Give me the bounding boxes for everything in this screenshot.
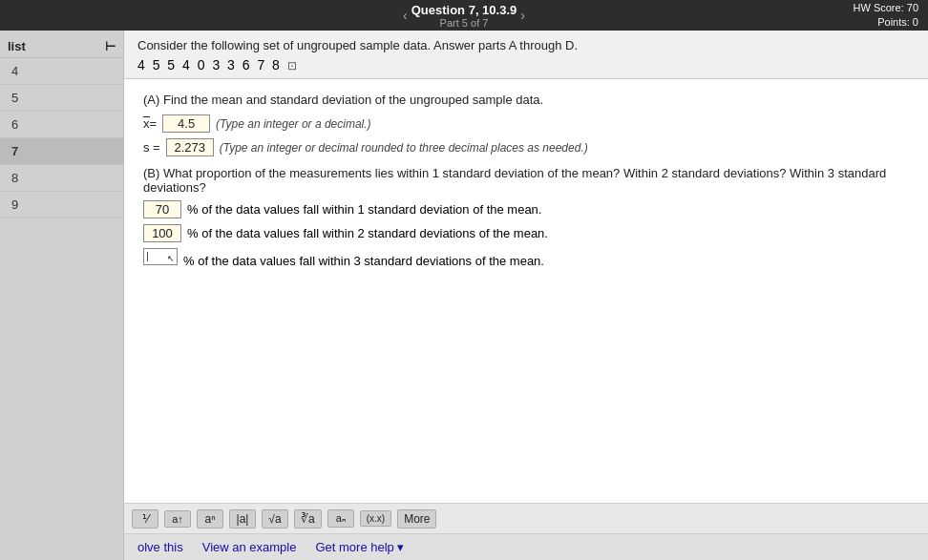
within3-input[interactable]: | ↖ [143,248,178,265]
question-title: Question 7, 10.3.9 [411,3,517,17]
sidebar-item-8[interactable]: 8 [0,165,123,192]
question-nav: Question 7, 10.3.9 Part 5 of 7 [411,3,517,29]
next-arrow[interactable]: › [517,8,529,23]
std-row: s = 2.273 (Type an integer or decimal ro… [143,138,909,156]
std-hint: (Type an integer or decimal rounded to t… [220,141,588,155]
within1-row: 70 % of the data values fall within 1 st… [143,200,909,218]
math-btn-sqrt[interactable]: √a [262,509,288,529]
sidebar-items: 4 5 6 7 8 9 [0,58,123,560]
example-link[interactable]: View an example [202,540,297,554]
bottom-bar: olve this View an example Get more help … [124,533,928,560]
question-prompt: Consider the following set of ungrouped … [137,36,578,55]
x-bar-symbol: x [143,116,150,131]
question-header: Consider the following set of ungrouped … [124,31,928,79]
within1-percent[interactable]: 70 [143,200,181,218]
main-layout: list ⊢ 4 5 6 7 8 9 Consider the followin… [0,31,928,560]
within1-text: % of the data values fall within 1 stand… [187,202,541,217]
within2-percent[interactable]: 100 [143,224,181,242]
math-btn-cbrt[interactable]: ∛a [294,509,322,529]
part-a-title: (A) Find the mean and standard deviation… [143,93,909,107]
within2-text: % of the data values fall within 2 stand… [187,226,548,240]
question-prompt-block: Consider the following set of ungrouped … [137,36,578,73]
help-link[interactable]: Get more help ▾ [315,540,404,554]
solve-link[interactable]: olve this [137,540,183,554]
question-part: Part 5 of 7 [411,17,517,29]
content-area: Consider the following set of ungrouped … [124,31,928,560]
cursor-arrow: ↖ [167,254,175,263]
mean-row: x= 4.5 (Type an integer or a decimal.) [143,114,909,133]
mean-value[interactable]: 4.5 [162,114,210,133]
math-btn-more[interactable]: More [397,509,436,529]
sidebar: list ⊢ 4 5 6 7 8 9 [0,31,124,560]
points: Points: 0 [854,15,918,30]
hw-score-block: HW Score: 70 Points: 0 [854,1,918,31]
prev-arrow[interactable]: ‹ [399,8,411,23]
copy-icon[interactable]: ⊡ [287,59,299,73]
sidebar-back-icon[interactable]: ⊢ [105,39,116,53]
top-bar: ‹ Question 7, 10.3.9 Part 5 of 7 › HW Sc… [0,0,928,31]
sidebar-item-5[interactable]: 5 [0,85,123,112]
mean-hint: (Type an integer or a decimal.) [216,117,371,131]
std-label: s = [143,140,160,155]
mean-label: x= [143,116,157,131]
math-btn-fraction[interactable]: ⅟ [132,509,158,529]
sidebar-item-4[interactable]: 4 [0,58,123,85]
math-btn-abs[interactable]: |a| [229,509,256,529]
sidebar-item-6[interactable]: 6 [0,112,123,138]
math-btn-power[interactable]: aⁿ [197,509,223,529]
data-values: 4 5 5 4 0 3 3 6 7 8 ⊡ [137,57,578,73]
std-value[interactable]: 2.273 [166,138,214,156]
sidebar-header: list ⊢ [0,35,123,58]
within3-row: | ↖ % of the data values fall within 3 s… [143,248,909,268]
question-body: (A) Find the mean and standard deviation… [124,79,928,504]
part-b-title: (B) What proportion of the measurements … [143,166,909,195]
hw-score: HW Score: 70 [854,1,918,15]
within3-text: % of the data values fall within 3 stand… [183,254,544,268]
math-btn-superscript[interactable]: a↑ [164,510,191,528]
math-toolbar: ⅟ a↑ aⁿ |a| √a ∛a aₙ (x.x) More [124,503,928,533]
math-btn-subscript[interactable]: aₙ [327,509,354,528]
sidebar-list-label: list [8,39,26,53]
cursor-icon: | [146,250,149,261]
within2-row: 100 % of the data values fall within 2 s… [143,224,909,242]
sidebar-item-9[interactable]: 9 [0,192,123,218]
sidebar-item-7[interactable]: 7 [0,138,123,165]
math-btn-decimal[interactable]: (x.x) [360,510,391,527]
